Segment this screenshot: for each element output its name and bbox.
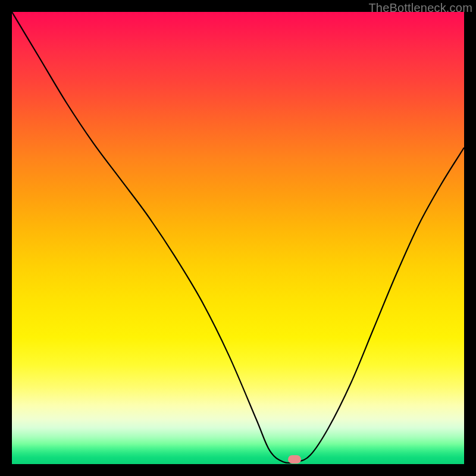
- plot-area: [12, 12, 464, 464]
- optimal-point-marker: [288, 455, 301, 464]
- chart-container: TheBottleneck.com: [0, 0, 476, 476]
- bottleneck-curve-line: [12, 12, 464, 463]
- curve-plot: [12, 12, 464, 464]
